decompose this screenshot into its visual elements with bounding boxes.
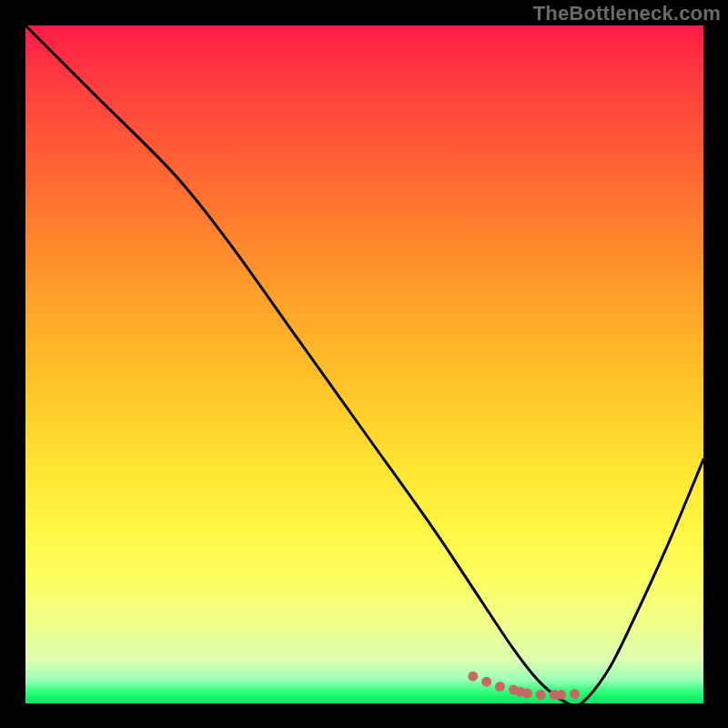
plot-area [25, 25, 703, 703]
bottleneck-curve-path [25, 25, 703, 703]
watermark-text: TheBottleneck.com [533, 2, 721, 25]
highlight-dot [468, 672, 478, 682]
highlight-dot [570, 689, 580, 699]
chart-frame: TheBottleneck.com [0, 0, 728, 728]
highlight-dot [522, 688, 532, 698]
highlight-dot [495, 682, 505, 692]
highlight-dot [481, 677, 491, 687]
highlight-dots-group [468, 672, 580, 700]
curve-overlay [25, 25, 703, 703]
highlight-dot [536, 690, 546, 700]
highlight-dot [556, 690, 566, 700]
